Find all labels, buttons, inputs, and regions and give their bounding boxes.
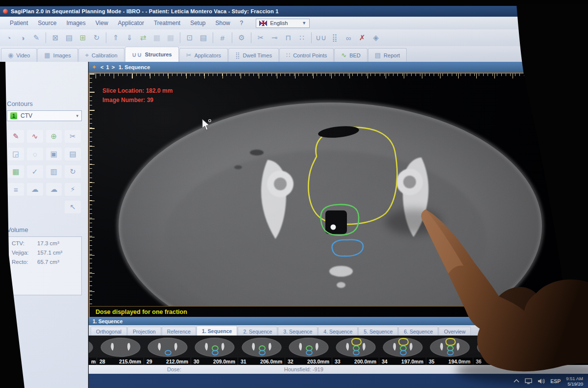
- image-transfer-icon[interactable]: ⇄: [137, 31, 149, 44]
- layers-icon[interactable]: ≡: [8, 183, 24, 196]
- monitor-plan-icon[interactable]: ⊡: [183, 31, 196, 44]
- seq-tab-3-sequence[interactable]: 3. Sequence: [278, 327, 318, 336]
- edit-points-icon[interactable]: ∿: [27, 130, 43, 143]
- tab-calibration[interactable]: ⌖Calibration: [78, 48, 124, 62]
- seq-tab-projection[interactable]: Projection: [127, 327, 161, 336]
- tab-bed[interactable]: ∿BED: [334, 48, 368, 62]
- seq-tab-reference[interactable]: Reference: [162, 327, 196, 336]
- seq-tab-1-sequence[interactable]: 1. Sequence: [196, 326, 237, 336]
- menu-treatment[interactable]: Treatment: [149, 18, 185, 28]
- table-icon[interactable]: ⊓: [282, 31, 294, 44]
- slice-thumbnail-37[interactable]: 37188.0mm: [520, 336, 567, 365]
- slice-thumbnail-30[interactable]: 30209.0mm: [191, 336, 238, 365]
- ct-canvas[interactable]: Slice Location: 182.0 mm Image Number: 3…: [89, 73, 588, 306]
- menu-source[interactable]: Source: [33, 18, 61, 28]
- control-points-small-icon[interactable]: ∷: [295, 31, 308, 44]
- slice-thumbnail-36[interactable]: 36191.0mm: [473, 336, 520, 365]
- folder-add-icon[interactable]: ⊞: [76, 31, 89, 44]
- tab-images[interactable]: ▦Images: [37, 48, 77, 62]
- contour-select[interactable]: 1 CTV ▾: [7, 110, 82, 121]
- menu-show[interactable]: Show: [211, 18, 235, 28]
- seq-tab-6-sequence[interactable]: 6. Sequence: [398, 327, 438, 336]
- language-dropdown[interactable]: English ▼: [256, 19, 310, 28]
- applicator-shadow: [325, 210, 347, 234]
- select-arrow-icon[interactable]: ↖: [65, 201, 81, 213]
- sequence-panel: 1. Sequence OrthogonalProjectionReferenc…: [89, 317, 588, 365]
- magic-wand-icon[interactable]: ⚡: [65, 183, 81, 196]
- image-fit-icon[interactable]: ◲: [8, 148, 24, 160]
- settings-gear-icon[interactable]: ⚙: [235, 31, 248, 44]
- tool-grid-spacer: [8, 201, 24, 213]
- tab-dwell-times[interactable]: ⣿Dwell Times: [228, 48, 279, 62]
- cloud-multi-icon[interactable]: ☁: [46, 183, 62, 196]
- dwell-grid-icon[interactable]: ⣿: [328, 31, 341, 44]
- slice-thumbnail-32[interactable]: 32203.0mm: [285, 336, 332, 365]
- draw-contour-icon[interactable]: ✎: [8, 130, 24, 143]
- tab-label: Calibration: [92, 52, 118, 58]
- image-import-icon[interactable]: ⇑: [109, 31, 122, 44]
- body-outline-icon[interactable]: ◌: [27, 148, 43, 160]
- link-icon[interactable]: ∞: [342, 31, 355, 44]
- tab-control-points[interactable]: ∷Control Points: [279, 48, 334, 62]
- rotate-view-icon[interactable]: ↻: [65, 165, 81, 178]
- tab-label: Structures: [145, 52, 172, 57]
- applicator-tools-icon[interactable]: ✂: [254, 31, 267, 44]
- grid-contour-icon[interactable]: ▦: [8, 165, 24, 178]
- tab-video[interactable]: ◉Video: [1, 48, 37, 62]
- tab-applicators[interactable]: ✂Applicators: [179, 48, 228, 62]
- folder-refresh-icon[interactable]: ↻: [90, 31, 103, 44]
- lungs-icon[interactable]: ∪∪: [315, 31, 327, 44]
- cut-contour-icon[interactable]: ✂: [65, 130, 81, 143]
- approve-stamp-icon[interactable]: ✓: [27, 165, 43, 178]
- menu-applicator[interactable]: Applicator: [113, 18, 149, 28]
- dwell-list-icon[interactable]: ▤: [197, 31, 210, 44]
- cloud-copy-icon[interactable]: ☁: [27, 183, 43, 196]
- calculator-icon[interactable]: #: [216, 31, 229, 44]
- menu-setup[interactable]: Setup: [185, 18, 210, 28]
- menu-[interactable]: ?: [235, 18, 248, 28]
- seq-tab-orthogonal[interactable]: Orthogonal: [91, 327, 127, 336]
- patient-edit-icon[interactable]: ✎: [30, 31, 43, 44]
- copy-contour-icon[interactable]: ▣: [46, 148, 62, 160]
- thumb-number: 33: [335, 359, 341, 364]
- prev-slice-button[interactable]: <: [100, 64, 103, 70]
- menu-images[interactable]: Images: [61, 18, 90, 28]
- seq-tab-2-sequence[interactable]: 2. Sequence: [238, 327, 277, 336]
- shield-icon[interactable]: ◈: [369, 31, 382, 44]
- slice-thumbnail-partial[interactable]: m: [89, 336, 97, 365]
- display-icon[interactable]: [525, 378, 532, 384]
- add-contour-icon[interactable]: ⊕: [46, 130, 62, 143]
- paste-clipboard-icon[interactable]: ▤: [65, 148, 81, 160]
- copy-slices-icon[interactable]: ▥: [46, 165, 62, 178]
- menu-view[interactable]: View: [91, 18, 113, 28]
- seq-tab-5-sequence[interactable]: 5. Sequence: [358, 327, 398, 336]
- taskbar-clock[interactable]: 9:51 AM 5/19/20: [566, 376, 583, 387]
- slice-thumbnail-31[interactable]: 31206.0mm: [238, 336, 285, 365]
- seq-tab-overview[interactable]: Overview: [439, 327, 471, 336]
- image-export-icon[interactable]: ⇓: [123, 31, 136, 44]
- keyboard-language[interactable]: ESP: [550, 378, 561, 384]
- speaker-icon[interactable]: [538, 378, 545, 384]
- slice-thumbnail-33[interactable]: 33200.0mm: [332, 336, 379, 365]
- tab-report[interactable]: ▤Report: [368, 48, 407, 62]
- slice-thumbnail-28[interactable]: 28215.0mm: [97, 336, 144, 365]
- menu-patient[interactable]: Patient: [5, 18, 33, 28]
- folder-lock-icon[interactable]: ▤: [63, 31, 75, 44]
- patient-search-icon[interactable]: ◔: [2, 31, 15, 44]
- folder-delete-icon[interactable]: ⊠: [49, 31, 62, 44]
- status-bar: Dose: Hounsfield: -919: [89, 365, 588, 374]
- video-icon: ◉: [8, 52, 13, 59]
- next-slice-button[interactable]: >: [112, 64, 115, 70]
- source-probe-icon[interactable]: ⊸: [268, 31, 281, 44]
- delete-x-icon[interactable]: ✗: [356, 31, 368, 44]
- tab-structures[interactable]: ∪∪Structures: [125, 47, 179, 62]
- slice-thumbnail-35[interactable]: 35194.0mm: [426, 336, 473, 365]
- slice-thumbnail-29[interactable]: 29212.0mm: [144, 336, 191, 365]
- slice-thumbnail-38[interactable]: 38: [567, 336, 588, 365]
- seq-tab-4-sequence[interactable]: 4. Sequence: [318, 327, 358, 336]
- image-disabled-icon[interactable]: ▦: [150, 31, 163, 44]
- slice-thumbnail-34[interactable]: 34197.0mm: [379, 336, 426, 365]
- chevron-up-icon[interactable]: [514, 379, 519, 383]
- patient-history-icon[interactable]: ◑: [16, 31, 29, 44]
- image-disabled-2-icon[interactable]: ▦: [164, 31, 177, 44]
